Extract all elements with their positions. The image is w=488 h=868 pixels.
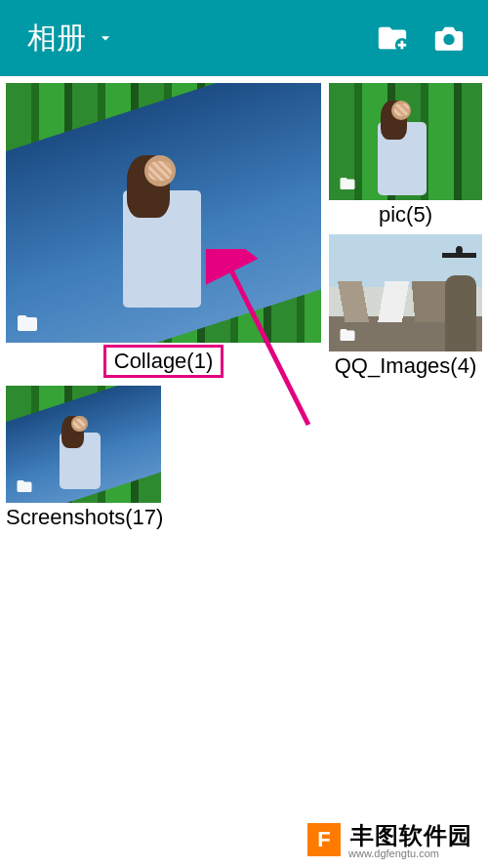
album-pic[interactable]: pic(5) [329,83,482,227]
album-label: pic(5) [329,200,482,227]
chevron-down-icon [96,28,115,48]
svg-point-1 [443,34,454,45]
album-label: Screenshots(17) [6,503,161,530]
album-thumb [6,386,161,503]
album-label: Collage(1) [103,345,224,378]
album-screenshots[interactable]: Screenshots(17) [6,386,161,530]
watermark-footer: 丰图软件园 www.dgfengtu.com [0,811,488,868]
album-label: QQ_Images(4) [329,351,482,379]
album-thumb [329,83,482,200]
camera-button[interactable] [427,17,470,60]
brand-logo-icon [307,823,341,856]
album-collage[interactable]: Collage(1) [6,83,321,378]
gallery-mode-label: 相册 [27,19,86,59]
brand-url: www.dgfengtu.com [348,847,439,859]
folder-icon [337,175,358,192]
new-folder-button[interactable] [371,17,414,60]
folder-icon [14,311,41,335]
album-thumb [329,234,482,351]
camera-icon [432,21,466,55]
album-qq-images[interactable]: QQ_Images(4) [329,234,482,379]
folder-icon [337,326,358,344]
app-topbar: 相册 [0,0,488,76]
album-thumb [6,83,321,343]
new-folder-icon [376,21,409,55]
folder-icon [14,477,35,495]
gallery-mode-dropdown[interactable]: 相册 [27,19,115,59]
album-grid: Collage(1) pic(5) QQ_Images(4) [6,83,482,868]
album-label-row: Collage(1) [6,343,321,378]
